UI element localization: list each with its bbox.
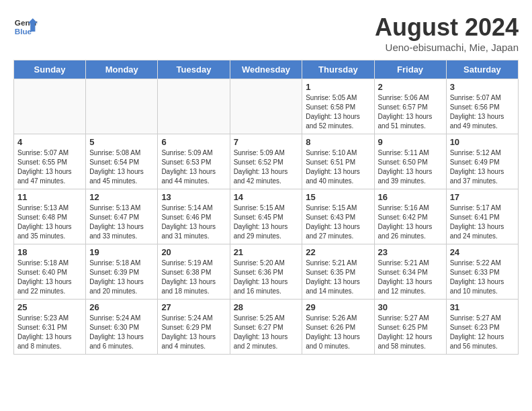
day-info: Sunrise: 5:06 AM Sunset: 6:57 PM Dayligh… <box>378 93 443 131</box>
day-info: Sunrise: 5:09 AM Sunset: 6:53 PM Dayligh… <box>161 148 226 186</box>
day-number: 31 <box>450 302 515 312</box>
calendar-cell: 10Sunrise: 5:12 AM Sunset: 6:49 PM Dayli… <box>446 134 518 189</box>
calendar-cell: 3Sunrise: 5:07 AM Sunset: 6:56 PM Daylig… <box>446 79 518 134</box>
calendar-cell <box>230 79 302 134</box>
day-number: 9 <box>378 137 443 147</box>
day-number: 18 <box>17 247 82 257</box>
calendar-cell: 22Sunrise: 5:21 AM Sunset: 6:35 PM Dayli… <box>302 244 374 300</box>
day-info: Sunrise: 5:21 AM Sunset: 6:35 PM Dayligh… <box>306 259 370 296</box>
day-number: 28 <box>234 302 299 312</box>
day-number: 7 <box>234 137 299 147</box>
day-number: 1 <box>306 82 370 92</box>
day-info: Sunrise: 5:13 AM Sunset: 6:48 PM Dayligh… <box>17 203 82 241</box>
day-info: Sunrise: 5:17 AM Sunset: 6:41 PM Dayligh… <box>450 203 515 241</box>
calendar-cell: 25Sunrise: 5:23 AM Sunset: 6:31 PM Dayli… <box>14 300 86 355</box>
week-row-4: 18Sunrise: 5:18 AM Sunset: 6:40 PM Dayli… <box>14 244 519 300</box>
calendar-cell: 27Sunrise: 5:24 AM Sunset: 6:29 PM Dayli… <box>158 300 230 355</box>
weekday-header-sunday: Sunday <box>14 60 86 79</box>
calendar-table: SundayMondayTuesdayWednesdayThursdayFrid… <box>13 60 519 355</box>
calendar-subtitle: Ueno-ebisumachi, Mie, Japan <box>375 42 519 53</box>
calendar-cell: 11Sunrise: 5:13 AM Sunset: 6:48 PM Dayli… <box>14 189 86 244</box>
day-number: 5 <box>89 137 154 147</box>
week-row-3: 11Sunrise: 5:13 AM Sunset: 6:48 PM Dayli… <box>14 189 519 244</box>
weekday-header-wednesday: Wednesday <box>230 60 302 79</box>
page-header: General Blue August 2024 Ueno-ebisumachi… <box>13 13 519 53</box>
calendar-cell <box>86 79 158 134</box>
calendar-cell: 13Sunrise: 5:14 AM Sunset: 6:46 PM Dayli… <box>158 189 230 244</box>
day-info: Sunrise: 5:24 AM Sunset: 6:30 PM Dayligh… <box>89 314 154 351</box>
day-number: 13 <box>161 192 226 202</box>
day-number: 24 <box>450 247 515 257</box>
calendar-cell: 29Sunrise: 5:26 AM Sunset: 6:26 PM Dayli… <box>302 300 374 355</box>
calendar-cell: 24Sunrise: 5:22 AM Sunset: 6:33 PM Dayli… <box>446 244 518 300</box>
day-info: Sunrise: 5:20 AM Sunset: 6:36 PM Dayligh… <box>234 259 299 296</box>
weekday-header-saturday: Saturday <box>446 60 518 79</box>
calendar-cell: 8Sunrise: 5:10 AM Sunset: 6:51 PM Daylig… <box>302 134 374 189</box>
calendar-cell: 7Sunrise: 5:09 AM Sunset: 6:52 PM Daylig… <box>230 134 302 189</box>
logo-icon: General Blue <box>13 13 38 38</box>
calendar-cell: 28Sunrise: 5:25 AM Sunset: 6:27 PM Dayli… <box>230 300 302 355</box>
day-info: Sunrise: 5:11 AM Sunset: 6:50 PM Dayligh… <box>378 148 443 186</box>
day-info: Sunrise: 5:22 AM Sunset: 6:33 PM Dayligh… <box>450 259 515 296</box>
week-row-5: 25Sunrise: 5:23 AM Sunset: 6:31 PM Dayli… <box>14 300 519 355</box>
day-info: Sunrise: 5:15 AM Sunset: 6:43 PM Dayligh… <box>306 203 370 241</box>
calendar-cell: 15Sunrise: 5:15 AM Sunset: 6:43 PM Dayli… <box>302 189 374 244</box>
day-number: 15 <box>306 192 370 202</box>
calendar-cell: 20Sunrise: 5:19 AM Sunset: 6:38 PM Dayli… <box>158 244 230 300</box>
svg-text:Blue: Blue <box>15 27 32 36</box>
day-info: Sunrise: 5:05 AM Sunset: 6:58 PM Dayligh… <box>306 93 370 131</box>
day-number: 2 <box>378 82 443 92</box>
day-number: 10 <box>450 137 515 147</box>
day-number: 3 <box>450 82 515 92</box>
day-info: Sunrise: 5:27 AM Sunset: 6:23 PM Dayligh… <box>450 314 515 351</box>
calendar-cell: 2Sunrise: 5:06 AM Sunset: 6:57 PM Daylig… <box>374 79 446 134</box>
day-number: 16 <box>378 192 443 202</box>
week-row-1: 1Sunrise: 5:05 AM Sunset: 6:58 PM Daylig… <box>14 79 519 134</box>
day-number: 6 <box>161 137 226 147</box>
calendar-cell: 9Sunrise: 5:11 AM Sunset: 6:50 PM Daylig… <box>374 134 446 189</box>
day-info: Sunrise: 5:21 AM Sunset: 6:34 PM Dayligh… <box>378 259 443 296</box>
day-info: Sunrise: 5:09 AM Sunset: 6:52 PM Dayligh… <box>234 148 299 186</box>
day-number: 11 <box>17 192 82 202</box>
day-info: Sunrise: 5:07 AM Sunset: 6:56 PM Dayligh… <box>450 93 515 131</box>
calendar-cell: 26Sunrise: 5:24 AM Sunset: 6:30 PM Dayli… <box>86 300 158 355</box>
weekday-header-friday: Friday <box>374 60 446 79</box>
title-block: August 2024 Ueno-ebisumachi, Mie, Japan <box>375 13 519 53</box>
day-info: Sunrise: 5:27 AM Sunset: 6:25 PM Dayligh… <box>378 314 443 351</box>
day-number: 20 <box>161 247 226 257</box>
weekday-header-thursday: Thursday <box>302 60 374 79</box>
day-number: 30 <box>378 302 443 312</box>
day-number: 27 <box>161 302 226 312</box>
day-number: 14 <box>234 192 299 202</box>
calendar-cell: 5Sunrise: 5:08 AM Sunset: 6:54 PM Daylig… <box>86 134 158 189</box>
day-number: 25 <box>17 302 82 312</box>
day-info: Sunrise: 5:12 AM Sunset: 6:49 PM Dayligh… <box>450 148 515 186</box>
calendar-cell: 1Sunrise: 5:05 AM Sunset: 6:58 PM Daylig… <box>302 79 374 134</box>
day-info: Sunrise: 5:13 AM Sunset: 6:47 PM Dayligh… <box>89 203 154 241</box>
day-info: Sunrise: 5:18 AM Sunset: 6:39 PM Dayligh… <box>89 259 154 296</box>
day-info: Sunrise: 5:23 AM Sunset: 6:31 PM Dayligh… <box>17 314 82 351</box>
day-info: Sunrise: 5:19 AM Sunset: 6:38 PM Dayligh… <box>161 259 226 296</box>
calendar-cell: 4Sunrise: 5:07 AM Sunset: 6:55 PM Daylig… <box>14 134 86 189</box>
day-info: Sunrise: 5:24 AM Sunset: 6:29 PM Dayligh… <box>161 314 226 351</box>
day-number: 23 <box>378 247 443 257</box>
weekday-header-monday: Monday <box>86 60 158 79</box>
week-row-2: 4Sunrise: 5:07 AM Sunset: 6:55 PM Daylig… <box>14 134 519 189</box>
day-info: Sunrise: 5:10 AM Sunset: 6:51 PM Dayligh… <box>306 148 370 186</box>
calendar-cell: 17Sunrise: 5:17 AM Sunset: 6:41 PM Dayli… <box>446 189 518 244</box>
day-info: Sunrise: 5:26 AM Sunset: 6:26 PM Dayligh… <box>306 314 370 351</box>
day-number: 29 <box>306 302 370 312</box>
calendar-cell: 16Sunrise: 5:16 AM Sunset: 6:42 PM Dayli… <box>374 189 446 244</box>
weekday-header-tuesday: Tuesday <box>158 60 230 79</box>
calendar-cell: 6Sunrise: 5:09 AM Sunset: 6:53 PM Daylig… <box>158 134 230 189</box>
weekday-header-row: SundayMondayTuesdayWednesdayThursdayFrid… <box>14 60 519 79</box>
calendar-cell: 14Sunrise: 5:15 AM Sunset: 6:45 PM Dayli… <box>230 189 302 244</box>
day-number: 21 <box>234 247 299 257</box>
day-number: 22 <box>306 247 370 257</box>
calendar-cell: 19Sunrise: 5:18 AM Sunset: 6:39 PM Dayli… <box>86 244 158 300</box>
logo: General Blue <box>13 13 38 38</box>
day-number: 4 <box>17 137 82 147</box>
day-info: Sunrise: 5:25 AM Sunset: 6:27 PM Dayligh… <box>234 314 299 351</box>
calendar-cell: 21Sunrise: 5:20 AM Sunset: 6:36 PM Dayli… <box>230 244 302 300</box>
calendar-cell: 23Sunrise: 5:21 AM Sunset: 6:34 PM Dayli… <box>374 244 446 300</box>
